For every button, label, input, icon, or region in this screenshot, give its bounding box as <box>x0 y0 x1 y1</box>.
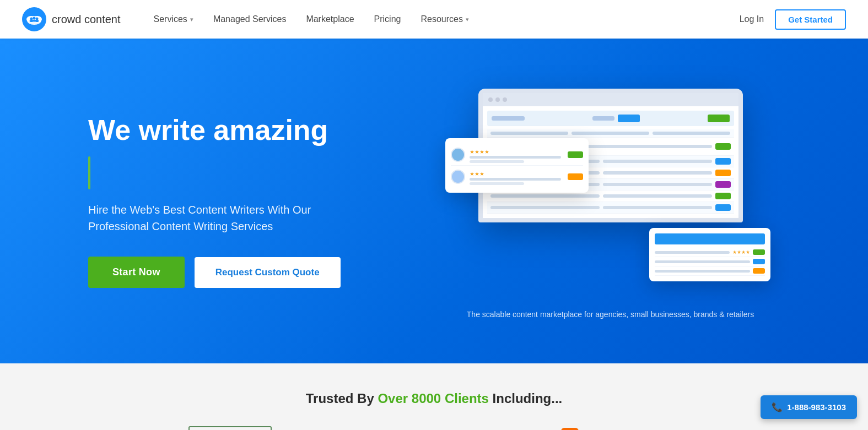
hero-caption: The scalable content marketplace for age… <box>467 310 754 319</box>
trusted-section: Trusted By Over 8000 Clients Including..… <box>0 363 868 430</box>
nav-item-resources[interactable]: Resources ▾ <box>420 14 468 24</box>
logo-text: crowd content <box>52 13 121 26</box>
nav-links: Services ▾ Managed Services Marketplace … <box>154 14 740 24</box>
mockup-wrapper: ★★★★ <box>456 83 765 303</box>
nav-item-services[interactable]: Services ▾ <box>154 14 193 24</box>
float-row-1: ★★★★ <box>451 144 583 166</box>
float2-row-3 <box>655 266 765 276</box>
grubhub-icon: 🏠 <box>561 428 579 431</box>
nav-link-managed[interactable]: Managed Services <box>213 14 287 24</box>
mockup-header-row <box>487 111 734 126</box>
nav-link-marketplace[interactable]: Marketplace <box>306 14 354 24</box>
login-link[interactable]: Log In <box>740 14 764 24</box>
svg-point-4 <box>33 17 36 20</box>
float-row-2: ★★★ <box>451 166 583 187</box>
nav-link-resources[interactable]: Resources ▾ <box>420 14 468 24</box>
window-dot-2 <box>495 97 500 102</box>
window-dot-3 <box>503 97 507 102</box>
window-dot-1 <box>488 97 493 102</box>
nav-item-marketplace[interactable]: Marketplace <box>306 14 354 24</box>
hero-title: We write amazing <box>88 114 397 147</box>
mockup-table-row <box>487 202 734 214</box>
start-now-button[interactable]: Start Now <box>88 257 185 288</box>
float2-row-1: ★★★★ <box>655 248 765 257</box>
navbar: crowd content Services ▾ Managed Service… <box>0 0 868 39</box>
get-started-button[interactable]: Get Started <box>775 9 846 30</box>
chevron-down-icon: ▾ <box>190 16 193 23</box>
svg-point-8 <box>35 20 39 22</box>
writer-avatar-2 <box>451 170 465 184</box>
phone-icon: 📞 <box>772 402 783 412</box>
floating-card-left: ★★★★ ★★★ <box>445 138 589 193</box>
laptop-titlebar <box>483 93 738 106</box>
hero-section: We write amazing Hire the Web's Best Con… <box>0 39 868 363</box>
nav-link-services[interactable]: Services ▾ <box>154 14 193 24</box>
writer-avatar <box>451 148 465 162</box>
hero-content: We write amazing Hire the Web's Best Con… <box>88 114 397 289</box>
request-quote-button[interactable]: Request Custom Quote <box>195 257 341 288</box>
floating-card-right: ★★★★ <box>649 228 770 281</box>
nav-item-managed[interactable]: Managed Services <box>213 14 287 24</box>
phone-number: 1-888-983-3103 <box>787 402 846 412</box>
chevron-down-icon-resources: ▾ <box>466 16 469 23</box>
brand-dribbble: dribbble <box>299 428 348 431</box>
nav-actions: Log In Get Started <box>740 9 846 30</box>
svg-point-3 <box>30 18 33 20</box>
float2-row-2 <box>655 257 765 266</box>
svg-point-5 <box>36 18 39 20</box>
hero-buttons: Start Now Request Custom Quote <box>88 257 397 288</box>
brand-grubhub: 🏠 GRUBHUB <box>561 428 640 431</box>
phone-button[interactable]: 📞 1-888-983-3103 <box>761 395 857 419</box>
hero-subtitle: Hire the Web's Best Content Writers With… <box>88 202 353 235</box>
logo-icon <box>22 7 46 31</box>
nav-link-pricing[interactable]: Pricing <box>374 14 401 24</box>
mockup-table-row <box>487 129 734 138</box>
logo-link[interactable]: crowd content <box>22 7 121 31</box>
brand-logos: CRAFTJACK dribbble CaringYcom SYSTEM1 🏠 … <box>44 426 824 430</box>
hero-accent-bar <box>88 156 90 189</box>
brand-craftjack: CRAFTJACK <box>188 426 272 430</box>
nav-item-pricing[interactable]: Pricing <box>374 14 401 24</box>
trusted-title: Trusted By Over 8000 Clients Including..… <box>44 391 824 406</box>
hero-illustration: ★★★★ <box>397 74 824 328</box>
